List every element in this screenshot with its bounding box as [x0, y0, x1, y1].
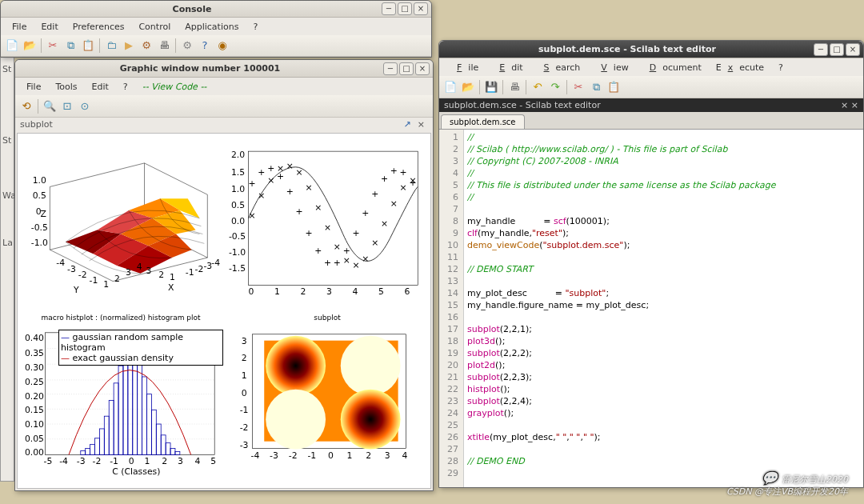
svg-point-136 [266, 335, 326, 395]
svg-text:-2: -2 [78, 270, 87, 280]
pane-header: subplot ↗ × [15, 118, 433, 131]
svg-text:+: + [249, 178, 256, 189]
svg-text:-1.0: -1.0 [229, 247, 246, 258]
new-icon[interactable]: 📄 [442, 79, 458, 95]
print-icon[interactable]: 🖶 [156, 38, 172, 54]
svg-text:0.20: 0.20 [25, 390, 44, 401]
svg-text:-3: -3 [240, 439, 249, 450]
menu-tools[interactable]: Tools [49, 80, 83, 94]
zoom-area-icon[interactable]: ⊡ [59, 98, 75, 114]
rotate-icon[interactable]: ⟲ [18, 98, 34, 114]
plot-grid: 1.0 0.5 0 -0.5 -1.0 Z Y X -4-3-2-1 1234 … [17, 133, 431, 489]
run-icon[interactable]: ▶ [121, 38, 137, 54]
svg-text:0: 0 [242, 387, 247, 398]
menu-help[interactable]: ? [772, 61, 790, 74]
open-icon[interactable]: 📂 [22, 38, 38, 54]
menu-view[interactable]: View [588, 61, 634, 74]
graphic-toolbar: ⟲ 🔍 ⊡ ⊙ [15, 95, 433, 118]
demos-icon[interactable]: ◉ [214, 38, 230, 54]
cut-icon[interactable]: ✂ [45, 38, 61, 54]
svg-text:2: 2 [242, 353, 247, 363]
redo-icon[interactable]: ↷ [547, 79, 563, 95]
menu-file[interactable]: File [20, 80, 47, 94]
svg-text:X: X [168, 282, 174, 293]
menu-edit[interactable]: Edit [86, 80, 115, 94]
svg-text:2: 2 [114, 274, 120, 284]
paste-icon[interactable]: 📋 [606, 79, 622, 95]
maximize-button[interactable]: □ [830, 43, 844, 56]
minimize-button[interactable]: − [814, 43, 828, 56]
svg-text:-1: -1 [240, 405, 249, 415]
svg-text:1: 1 [103, 279, 109, 290]
folder-icon[interactable]: 🗀 [103, 38, 119, 54]
svg-text:C (Classes): C (Classes) [112, 466, 160, 477]
open-icon[interactable]: 📂 [460, 79, 476, 95]
pane-close-icon[interactable]: × [414, 119, 428, 130]
undock-icon[interactable]: ↗ [401, 119, 414, 130]
code-content[interactable]: // // Scilab ( http://www.scilab.org/ ) … [464, 130, 779, 487]
svg-text:×: × [305, 182, 312, 193]
svg-text:0.10: 0.10 [25, 418, 44, 429]
code-editor[interactable]: 1 2 3 4 5 6 7 8 9 10 11 12 13 14 15 16 1… [439, 130, 863, 487]
svg-text:-2: -2 [93, 456, 102, 466]
cut-icon[interactable]: ✂ [570, 79, 586, 95]
subplot-2-plot2d: ×××××××××××××××××× ++++++++++++++++++ 2.… [224, 134, 430, 311]
minimize-button[interactable]: − [383, 62, 398, 75]
svg-text:-5: -5 [44, 456, 53, 466]
new-icon[interactable]: 📄 [4, 38, 20, 54]
menu-document[interactable]: Document [637, 61, 708, 74]
menu-control[interactable]: Control [132, 20, 177, 34]
menu-help[interactable]: ? [246, 20, 264, 34]
menu-file[interactable]: File [6, 20, 33, 34]
maximize-button[interactable]: □ [399, 62, 414, 75]
svg-rect-110 [166, 442, 170, 454]
svg-text:+: + [324, 258, 331, 268]
tool-icon[interactable]: ⚙ [138, 38, 154, 54]
graphic-titlebar[interactable]: Graphic window number 100001 − □ × [15, 60, 433, 78]
zoom-in-icon[interactable]: 🔍 [42, 98, 58, 114]
editor-titlebar[interactable]: subplot.dem.sce - Scilab text editor − □… [439, 41, 863, 58]
menu-help[interactable]: ? [117, 80, 134, 94]
maximize-button[interactable]: □ [398, 2, 412, 15]
minimize-button[interactable]: − [382, 2, 396, 15]
view-code-link[interactable]: -- View Code -- [136, 80, 214, 94]
editor-toolbar: 📄 📂 💾 🖶 ↶ ↷ ✂ ⧉ 📋 [439, 76, 863, 98]
console-titlebar[interactable]: Console − □ × [1, 1, 431, 18]
menu-preferences[interactable]: Preferences [66, 20, 131, 34]
svg-text:-1: -1 [90, 275, 98, 286]
close-button[interactable]: × [414, 2, 428, 15]
help-icon[interactable]: ? [197, 38, 213, 54]
copy-icon[interactable]: ⧉ [62, 38, 78, 54]
svg-rect-92 [81, 450, 86, 454]
menu-search[interactable]: Search [531, 61, 587, 74]
svg-text:×: × [371, 238, 378, 248]
close-button[interactable]: × [415, 62, 430, 75]
svg-rect-97 [104, 416, 109, 454]
tab-subplot[interactable]: subplot.dem.sce [441, 114, 525, 129]
svg-rect-93 [86, 448, 90, 454]
print-icon[interactable]: 🖶 [506, 79, 522, 95]
svg-text:×: × [286, 161, 294, 171]
zoom-reset-icon[interactable]: ⊙ [77, 98, 93, 114]
svg-text:-3: -3 [67, 264, 76, 274]
copy-icon[interactable]: ⧉ [588, 79, 604, 95]
line-gutter: 1 2 3 4 5 6 7 8 9 10 11 12 13 14 15 16 1… [439, 130, 464, 487]
svg-text:2: 2 [158, 270, 164, 280]
menu-edit[interactable]: Edit [34, 20, 64, 34]
close-button[interactable]: × [846, 43, 860, 56]
settings-icon[interactable]: ⚙ [179, 38, 195, 54]
svg-text:-2: -2 [289, 450, 298, 461]
graphic-title: Graphic window number 100001 [18, 63, 382, 74]
menu-edit[interactable]: Edit [486, 61, 529, 74]
paste-icon[interactable]: 📋 [80, 38, 96, 54]
menu-file[interactable]: File [444, 61, 485, 74]
svg-text:×: × [400, 182, 407, 193]
undo-icon[interactable]: ↶ [530, 79, 546, 95]
watermark: 💬 雷尼尔雪山2020 CSDN @专注VB编程开发20年 [726, 470, 848, 498]
subplot-1-plot3d: 1.0 0.5 0 -0.5 -1.0 Z Y X -4-3-2-1 1234 … [18, 134, 224, 311]
save-icon[interactable]: 💾 [483, 79, 499, 95]
menu-applications[interactable]: Applications [178, 20, 245, 34]
menu-execute[interactable]: Execute [710, 61, 770, 74]
editor-title: subplot.dem.sce - Scilab text editor [442, 44, 812, 54]
svg-text:2: 2 [162, 456, 167, 466]
